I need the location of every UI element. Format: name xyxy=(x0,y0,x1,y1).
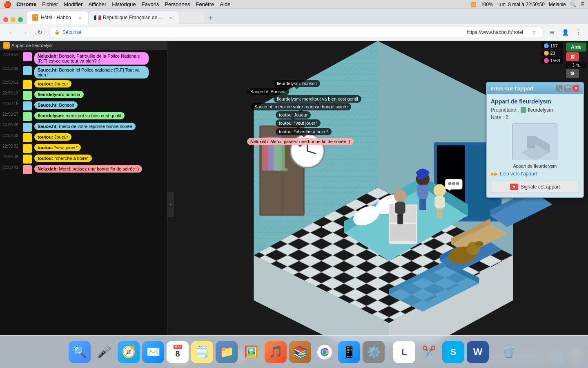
dock-siri[interactable]: 🎤 xyxy=(93,341,115,363)
dock-launchpad[interactable]: L xyxy=(393,341,415,363)
menubar-options[interactable]: ☰ xyxy=(580,2,585,7)
svg-rect-50 xyxy=(434,197,437,207)
chat-time: 22:50:13 xyxy=(2,91,20,95)
info-owner-row: Propriétaire : fleurdelysm xyxy=(491,107,579,113)
report-button[interactable]: ⚑ Signale cet appart xyxy=(491,181,579,193)
bookmark-button[interactable]: ☆ xyxy=(529,27,539,37)
menubar-chrome[interactable]: Chrome xyxy=(16,1,36,7)
game-chat-3: fleurdelysm: mercitout va bien cest gent… xyxy=(274,95,361,103)
dock-trash[interactable]: 🗑️ xyxy=(497,341,519,363)
diamond-icon xyxy=(544,43,549,48)
chat-message: 22:50:41Neluxiah: Merci, passez une bonn… xyxy=(0,164,167,175)
menubar-fenetre[interactable]: Fenêtre xyxy=(196,1,214,7)
game-chat-4: Sauce.ht: merci de votre reponse bonne s… xyxy=(251,103,351,110)
dock-skype[interactable]: S xyxy=(442,341,464,363)
window-minimize[interactable] xyxy=(11,17,16,22)
currency-display: 167 20 1564 xyxy=(541,43,563,78)
game-chat-2: Sauce.ht: Bonsoir xyxy=(247,88,289,95)
dock-scissors[interactable]: ✂️ xyxy=(418,341,440,363)
menubar-personnes[interactable]: Personnes xyxy=(165,1,190,7)
settings-button[interactable]: ⊠ xyxy=(566,52,579,61)
chat-time: 22:50:00 xyxy=(2,66,20,71)
menubar-user: Melanie xyxy=(549,2,566,7)
dock-safari[interactable]: 🧭 xyxy=(118,341,140,363)
apple-menu[interactable]: 🍎 xyxy=(3,0,11,8)
menubar-historique[interactable]: Historique xyxy=(112,1,136,7)
dock-chrome[interactable] xyxy=(314,341,336,363)
back-button[interactable]: ‹ xyxy=(5,27,16,38)
chat-panel: H Appart de fleurdelysr 22:49:54Neluxiah… xyxy=(0,41,167,368)
info-close-button[interactable]: ✕ xyxy=(572,85,579,92)
menubar-battery: 100% xyxy=(481,2,493,7)
reload-button[interactable]: ↻ xyxy=(34,27,46,38)
chat-avatar xyxy=(23,80,32,89)
lock-icon: 🔒 xyxy=(54,29,60,35)
dock-appstore[interactable]: 📱 xyxy=(338,341,360,363)
dock-photos[interactable]: 🖼️ xyxy=(240,341,262,363)
tab-title-rep: République Française de Hab... xyxy=(103,15,165,20)
tab-close-rep[interactable]: × xyxy=(167,14,174,21)
menu-button[interactable]: ⋮ xyxy=(573,27,583,37)
menubar-favoris[interactable]: Favoris xyxy=(142,1,159,7)
menubar-search[interactable]: 🔍 xyxy=(570,2,576,7)
info-room-name: Appart de fleurdelysm xyxy=(491,98,579,105)
dock-music[interactable]: 🎵 xyxy=(265,341,287,363)
chat-bubble: Neluxiah: Merci, passez une bonne fin de… xyxy=(34,165,142,173)
dock-books[interactable]: 📚 xyxy=(289,341,311,363)
chat-avatar xyxy=(23,123,32,132)
menubar-wifi: 📶 xyxy=(470,2,477,7)
tab-habbo[interactable]: 🏨 Hôtel - Habbo × xyxy=(27,11,88,24)
profile-button[interactable]: 👤 xyxy=(560,27,570,37)
chat-message: 22:50:16Sauce.ht: Bonsoir xyxy=(0,101,167,111)
dock-separator-2 xyxy=(493,343,493,361)
svg-point-41 xyxy=(474,241,483,247)
chat-message: 22:50:32toutou: *veut jouer* xyxy=(0,143,167,154)
tab-new[interactable]: + xyxy=(205,12,216,24)
dock-calendar[interactable]: MAI 8 xyxy=(167,341,189,363)
dock-finder[interactable]: 🔍 xyxy=(69,341,91,363)
tab-close-habbo[interactable]: × xyxy=(77,14,83,21)
svg-rect-65 xyxy=(527,136,535,148)
menubar-modifier[interactable]: Modifier xyxy=(64,1,82,7)
address-url: https://www.habbo.fr/hotel xyxy=(467,29,523,35)
menubar-aide[interactable]: Aide xyxy=(220,1,230,7)
tab-republique[interactable]: 🇫🇷 République Française de Hab... × xyxy=(89,11,179,24)
chat-message: 22:50:29toutou: Joueur xyxy=(0,132,167,143)
gear-button[interactable]: ⚙ xyxy=(566,69,579,78)
menubar: 🍎 Chrome Fichier Modifier Afficher Histo… xyxy=(0,0,588,9)
chat-messages[interactable]: 22:49:54Neluxiah: Bonsoir, Patrouille de… xyxy=(0,50,167,368)
info-link[interactable]: ▶▶ Lien vers l'appart xyxy=(491,170,579,177)
timer-display: 3 m. xyxy=(566,62,586,68)
svg-point-56 xyxy=(456,182,459,185)
info-proprietaire-label: Propriétaire : xyxy=(491,107,519,113)
game-chat-1: fleurdelysm: bonsoir xyxy=(274,80,320,87)
window-maximize[interactable] xyxy=(18,17,23,22)
dock-files[interactable]: 📁 xyxy=(216,341,238,363)
dock-word[interactable]: W xyxy=(467,341,489,363)
svg-rect-61 xyxy=(403,203,405,213)
address-box[interactable]: 🔒 Sécurisé https://www.habbo.fr/hotel ☆ xyxy=(49,27,544,38)
menubar-right: 📶 100% Lun. 8 mai à 22:50:50 Melanie 🔍 ☰ xyxy=(470,2,585,7)
game-area[interactable]: 167 20 1564 Aide ⊠ 3 m. ⚙ xyxy=(167,41,588,368)
sidebar-toggle[interactable]: ‹ xyxy=(167,192,174,217)
extensions-button[interactable]: ⊕ xyxy=(547,27,557,37)
chat-avatar xyxy=(23,144,32,153)
chat-avatar xyxy=(23,165,32,174)
window-close[interactable] xyxy=(3,17,8,22)
diamonds-value: 167 xyxy=(550,43,558,48)
link-arrow-icon: ▶▶ xyxy=(491,171,498,177)
menubar-fichier[interactable]: Fichier xyxy=(42,1,58,7)
forward-button[interactable]: › xyxy=(20,27,31,38)
chat-time: 22:50:16 xyxy=(2,101,20,106)
game-chat-8: Neluxiah: Merci, passez une bonne fin de… xyxy=(247,138,354,145)
info-settings-icon[interactable]: 🔧 xyxy=(556,85,563,92)
tab-favicon-habbo: 🏨 xyxy=(32,14,38,21)
menubar-afficher[interactable]: Afficher xyxy=(88,1,106,7)
chat-avatar xyxy=(23,91,32,100)
diamonds-row: 167 xyxy=(541,43,563,49)
dock-mail[interactable]: ✉️ xyxy=(142,341,164,363)
dock-notes[interactable]: 🗒️ xyxy=(191,341,213,363)
aide-button[interactable]: Aide xyxy=(566,43,586,52)
info-favorite-icon[interactable]: ♡ xyxy=(564,85,571,92)
dock-preferences[interactable]: ⚙️ xyxy=(363,341,385,363)
